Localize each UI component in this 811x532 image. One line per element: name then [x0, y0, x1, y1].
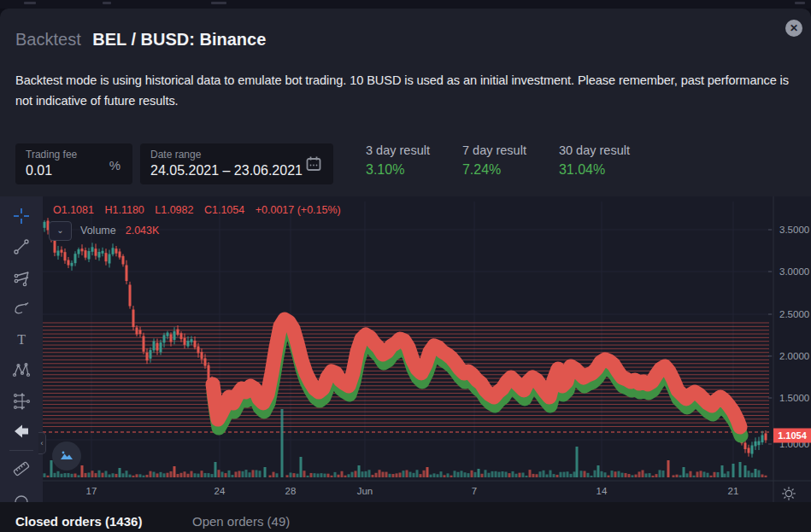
chart-logo-button[interactable]: [52, 441, 81, 471]
volume-bar: [732, 464, 735, 477]
candle-body: [54, 241, 56, 253]
volume-bar: [173, 466, 176, 477]
volume-bar: [78, 475, 80, 477]
volume-bar: [597, 465, 600, 477]
ohlc-high: H1.1180: [104, 204, 144, 216]
deal-markers-sell: [213, 319, 740, 427]
volume-bar: [286, 475, 289, 477]
volume-bar: [297, 474, 299, 477]
result-3-day: 3 day result 3.10%: [366, 143, 430, 178]
volume-bar: [744, 465, 747, 477]
candle-body: [167, 333, 169, 336]
gann-fibonacci-icon[interactable]: [0, 262, 43, 293]
volume-bar: [512, 471, 514, 477]
candle-body: [68, 260, 70, 266]
volume-bar: [132, 476, 135, 477]
forecast-icon[interactable]: [0, 385, 43, 416]
time-axis-label[interactable]: 7: [472, 486, 477, 496]
trading-fee-value[interactable]: 0.01: [26, 163, 122, 178]
volume-bar: [218, 470, 220, 477]
time-axis-label[interactable]: 17: [86, 486, 97, 496]
time-axis-label[interactable]: 21: [728, 486, 739, 496]
chevron-down-icon[interactable]: ⌄: [49, 221, 72, 241]
price-axis-label[interactable]: 2.0000: [779, 351, 809, 361]
volume-bar: [71, 474, 73, 477]
volume-bar: [379, 470, 381, 477]
volume-bar: [447, 473, 450, 477]
volume-bar: [614, 471, 617, 477]
candle-body: [129, 285, 132, 307]
price-axis-label[interactable]: 3.5000: [779, 225, 809, 235]
toolbar-collapse-handle[interactable]: ‹: [38, 432, 46, 454]
xabcd-pattern-icon[interactable]: [0, 354, 43, 385]
crosshair-icon[interactable]: [0, 201, 43, 231]
volume-bar: [269, 476, 272, 477]
volume-label: Volume: [80, 225, 116, 237]
time-axis-label[interactable]: 28: [285, 486, 297, 496]
volume-bar: [543, 471, 545, 477]
date-range-value[interactable]: 24.05.2021 – 23.06.2021: [150, 163, 323, 178]
background-page-strip: [0, 0, 811, 9]
candle-body: [194, 341, 197, 348]
brush-icon[interactable]: [0, 293, 43, 324]
tab-open-orders[interactable]: Open orders (49): [192, 502, 290, 532]
price-axis-label[interactable]: 2.5000: [779, 309, 809, 319]
volume-bar: [324, 474, 326, 477]
volume-bar: [143, 476, 145, 477]
volume-bar: [334, 472, 337, 477]
ruler-icon[interactable]: [0, 453, 43, 484]
volume-bar: [194, 473, 197, 477]
candle-body: [112, 248, 115, 254]
volume-bar: [232, 475, 234, 477]
volume-bar: [109, 475, 111, 477]
candle-body: [44, 222, 46, 228]
price-axis-label[interactable]: 3.0000: [779, 266, 809, 277]
volume-bar: [683, 467, 685, 477]
arrow-marker-icon[interactable]: [0, 416, 43, 447]
trading-fee-field[interactable]: Trading fee 0.01 %: [15, 143, 132, 184]
volume-bar: [659, 470, 661, 477]
volume-bar: [474, 472, 477, 477]
candle-body: [109, 254, 111, 264]
candle-body: [163, 335, 166, 342]
volume-bar: [211, 474, 214, 477]
price-chart-canvas[interactable]: 3.50003.00002.50002.00001.50001.00001724…: [43, 196, 811, 502]
volume-bar: [184, 471, 186, 477]
candle-body: [208, 365, 210, 380]
volume-bar: [150, 471, 152, 477]
ohlc-close: C1.1054: [204, 204, 244, 216]
volume-bar: [703, 471, 706, 477]
volume-bar: [502, 471, 504, 477]
calendar-icon[interactable]: [304, 155, 323, 177]
volume-bar: [758, 471, 761, 477]
time-axis-label[interactable]: 24: [215, 486, 226, 496]
close-icon[interactable]: ✕: [785, 20, 802, 37]
volume-bar: [679, 475, 682, 477]
volume-bar: [423, 471, 426, 477]
volume-bar: [303, 471, 306, 477]
volume-bar: [95, 473, 97, 477]
volume-bar: [717, 472, 720, 477]
date-range-field[interactable]: Date range 24.05.2021 – 23.06.2021: [140, 143, 333, 184]
volume-bar: [714, 472, 716, 477]
chart-settings-gear-icon[interactable]: [778, 483, 800, 504]
candle-body: [201, 352, 203, 359]
background-fragment: [103, 2, 111, 4]
volume-bar: [491, 471, 494, 477]
volume-bar: [700, 471, 702, 477]
trend-line-icon[interactable]: [0, 231, 43, 262]
volume-bar: [693, 476, 696, 477]
result-label: 3 day result: [366, 143, 430, 157]
tab-closed-orders[interactable]: Closed orders (1436): [15, 502, 142, 532]
price-axis-label[interactable]: 1.5000: [779, 393, 809, 403]
volume-bar: [645, 473, 648, 477]
candle-body: [98, 252, 101, 258]
volume-bar: [573, 471, 576, 477]
volume-bar: [156, 473, 159, 477]
time-axis-label[interactable]: 14: [596, 486, 608, 496]
time-axis-label[interactable]: Jun: [357, 486, 373, 496]
volume-bar: [601, 471, 603, 477]
text-tool-icon[interactable]: T: [0, 324, 43, 354]
volume-bar: [649, 473, 651, 477]
candle-body: [71, 263, 73, 266]
